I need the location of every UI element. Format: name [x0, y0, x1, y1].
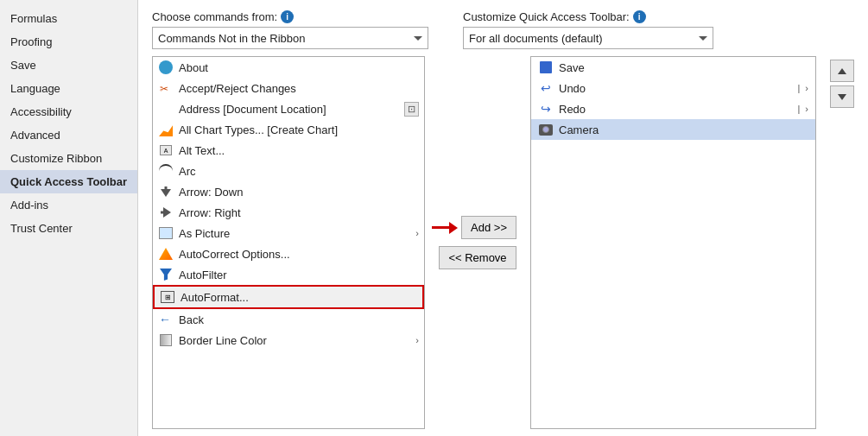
svg-text:✂: ✂: [160, 83, 168, 95]
middle-row: About ✂ Accept/Reject Changes Address [D…: [152, 56, 854, 429]
cmd-arc[interactable]: Arc: [153, 161, 424, 181]
add-button[interactable]: Add >>: [461, 216, 516, 239]
choose-info-icon[interactable]: i: [281, 10, 294, 23]
accept-reject-icon: ✂: [158, 80, 174, 96]
undo-icon: ↩: [538, 80, 554, 96]
address-btn: ⊡: [404, 102, 419, 117]
updown-panel: [830, 56, 854, 429]
choose-label: Choose commands from: i: [152, 10, 428, 23]
cmd-all-chart[interactable]: All Chart Types... [Create Chart]: [153, 119, 424, 140]
customize-toolbar-dropdown[interactable]: For all documents (default): [463, 27, 713, 49]
redo-separator: |: [797, 104, 800, 114]
sidebar: Formulas Proofing Save Language Accessib…: [0, 0, 138, 436]
arrow-down-icon: [158, 184, 174, 199]
customize-dropdown-arrow-icon: [699, 36, 707, 41]
qa-item-redo[interactable]: ↪ Redo | ›: [531, 98, 815, 119]
cmd-back[interactable]: ← Back: [153, 309, 424, 330]
sidebar-item-save[interactable]: Save: [0, 54, 137, 77]
border-line-arrow-icon: ›: [415, 335, 419, 345]
add-with-arrow: Add >>: [439, 216, 516, 239]
back-icon: ←: [158, 312, 174, 327]
move-up-button[interactable]: [830, 60, 854, 82]
undo-separator: |: [797, 83, 800, 93]
top-dropdowns-row: Choose commands from: i Commands Not in …: [152, 7, 854, 49]
cmd-alt-text[interactable]: A Alt Text...: [153, 140, 424, 161]
qa-item-undo[interactable]: ↩ Undo | ›: [531, 78, 815, 98]
qa-item-save[interactable]: Save: [531, 57, 815, 78]
up-arrow-icon: [838, 68, 846, 74]
customize-info-icon[interactable]: i: [633, 10, 646, 23]
move-down-button[interactable]: [830, 85, 854, 108]
cmd-autocorrect[interactable]: AutoCorrect Options...: [153, 243, 424, 264]
customize-label: Customize Quick Access Toolbar: i: [463, 10, 713, 23]
choose-commands-section: Choose commands from: i Commands Not in …: [152, 10, 428, 49]
autoformat-icon: ⊞: [160, 289, 175, 305]
border-line-icon: [158, 332, 174, 348]
sidebar-item-add-ins[interactable]: Add-ins: [0, 193, 137, 217]
cmd-as-picture[interactable]: As Picture ›: [153, 223, 424, 243]
sidebar-item-accessibility[interactable]: Accessibility: [0, 100, 137, 123]
choose-dropdown-arrow-icon: [414, 36, 422, 41]
cmd-about[interactable]: About: [153, 57, 424, 78]
cmd-address[interactable]: Address [Document Location] ⊡: [153, 98, 424, 119]
add-remove-panel: Add >> << Remove: [439, 56, 516, 429]
choose-commands-dropdown[interactable]: Commands Not in the Ribbon: [152, 27, 428, 49]
save-icon: [538, 60, 554, 75]
address-icon: [158, 101, 174, 117]
customize-toolbar-section: Customize Quick Access Toolbar: i For al…: [463, 10, 713, 49]
cmd-autoformat[interactable]: ⊞ AutoFormat...: [153, 285, 424, 309]
redo-icon: ↪: [538, 101, 554, 117]
svg-rect-2: [165, 186, 168, 192]
down-arrow-icon: [838, 94, 846, 100]
commands-list[interactable]: About ✂ Accept/Reject Changes Address [D…: [152, 56, 425, 429]
camera-icon: [538, 122, 554, 137]
sidebar-item-advanced[interactable]: Advanced: [0, 123, 137, 147]
sidebar-item-formulas[interactable]: Formulas: [0, 7, 137, 30]
qa-item-camera[interactable]: Camera: [531, 119, 815, 140]
remove-button[interactable]: << Remove: [439, 246, 516, 269]
sidebar-item-trust-center[interactable]: Trust Center: [0, 217, 137, 240]
cmd-arrow-down[interactable]: Arrow: Down: [153, 181, 424, 202]
main-content: Choose commands from: i Commands Not in …: [138, 0, 868, 436]
arrow-right-icon: [158, 205, 174, 220]
sidebar-item-language[interactable]: Language: [0, 77, 137, 100]
as-picture-arrow-icon: ›: [415, 228, 419, 238]
alt-text-icon: A: [158, 142, 174, 158]
svg-rect-4: [161, 212, 166, 214]
cmd-accept-reject[interactable]: ✂ Accept/Reject Changes: [153, 78, 424, 98]
sidebar-item-customize-ribbon[interactable]: Customize Ribbon: [0, 147, 137, 170]
undo-arrow-icon: ›: [805, 83, 808, 93]
red-arrow-icon: [432, 222, 458, 234]
redo-arrow-icon: ›: [805, 104, 808, 114]
cmd-border-line-color[interactable]: Border Line Color ›: [153, 330, 424, 351]
chart-icon: [158, 122, 174, 137]
autocorrect-icon: [158, 246, 174, 262]
sidebar-item-proofing[interactable]: Proofing: [0, 30, 137, 54]
sidebar-item-quick-access-toolbar[interactable]: Quick Access Toolbar: [0, 170, 137, 193]
cmd-arrow-right[interactable]: Arrow: Right: [153, 202, 424, 223]
arc-icon: [158, 163, 174, 179]
about-icon: [158, 60, 174, 75]
cmd-autofilter[interactable]: AutoFilter: [153, 264, 424, 285]
red-arrow-annotation: [432, 222, 458, 234]
as-picture-icon: [158, 225, 174, 241]
qa-toolbar-list[interactable]: Save ↩ Undo | › ↪ Redo | ›: [530, 56, 816, 429]
autofilter-icon: [158, 267, 174, 282]
